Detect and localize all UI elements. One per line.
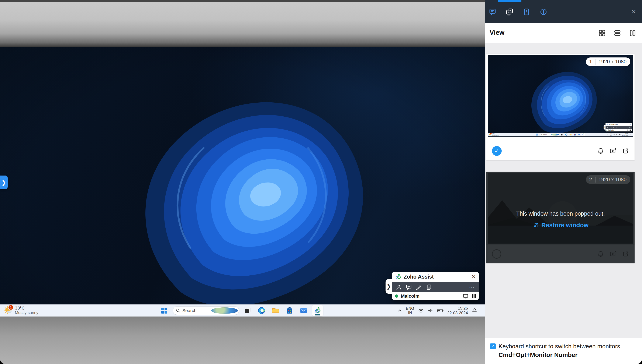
search-input[interactable]: Search <box>173 306 239 315</box>
search-highlight-image <box>211 308 238 314</box>
zoho-assist-logo-icon <box>395 274 401 280</box>
session-details-icon <box>523 8 530 16</box>
weather-sun-icon: 1 <box>4 306 13 315</box>
edge-browser-icon[interactable] <box>256 305 267 316</box>
widget-client-row: Malcolm <box>392 292 479 300</box>
chevron-right-icon: ❯ <box>1 179 6 186</box>
info-icon <box>540 8 547 16</box>
top-gradient <box>0 2 485 47</box>
monitor-number: 2 <box>586 176 595 182</box>
assist-session-widget[interactable]: ❯ Zoho Assist ✕ <box>392 272 479 300</box>
chat-icon <box>489 8 496 16</box>
running-app-indicator <box>315 314 320 316</box>
monitor-1-footer: ✓ <box>486 142 634 160</box>
monitors-panel: ❯ Zoho Assist ✕ <box>485 43 642 338</box>
windows-bloom-wallpaper <box>0 47 485 305</box>
popout-monitor-icon[interactable] <box>622 250 629 257</box>
search-placeholder: Search <box>182 308 209 313</box>
chat-icon[interactable] <box>406 284 412 290</box>
weather-condition: Mostly sunny <box>15 310 39 315</box>
screens-icon <box>506 8 514 16</box>
expand-panel-tab[interactable]: ❯ <box>0 176 8 189</box>
tab-chat[interactable] <box>488 8 497 16</box>
weather-temp: 33°C <box>15 306 39 310</box>
zoho-assist-viewer-window: ❯ Zoho Assist ✕ <box>0 0 642 364</box>
restore-window-link[interactable]: Restore window <box>532 222 588 229</box>
mail-icon[interactable] <box>298 305 309 316</box>
widget-close-icon[interactable]: ✕ <box>472 274 476 280</box>
tab-info[interactable] <box>539 8 548 16</box>
column-view-icon[interactable] <box>629 29 636 37</box>
search-icon <box>176 308 180 313</box>
monitor-icon[interactable] <box>463 294 468 299</box>
tray-overflow-chevron-icon[interactable] <box>397 308 402 313</box>
session-sidebar: ✕ View <box>485 0 642 364</box>
widget-collapse-tab[interactable]: ❯ <box>385 279 392 294</box>
client-name: Malcolm <box>401 294 463 299</box>
session-recording-icon[interactable] <box>609 250 617 257</box>
shortcut-label: Keyboard shortcut to switch between moni… <box>499 343 620 350</box>
widget-title: Zoho Assist <box>403 274 472 280</box>
tab-session-details[interactable] <box>522 8 531 16</box>
shortcut-keys: Cmd+Opt+Monitor Number <box>499 352 577 358</box>
grid-view-icon[interactable] <box>598 29 606 37</box>
widget-toolbar: ⋯ <box>392 282 479 292</box>
task-view-button[interactable] <box>242 305 253 316</box>
weather-alert-badge: 1 <box>8 305 14 310</box>
file-explorer-icon[interactable] <box>270 305 281 316</box>
chevron-right-icon: ❯ <box>387 283 391 290</box>
monitor-card-1[interactable]: ❯ Zoho Assist ✕ <box>486 54 635 160</box>
zoho-assist-taskbar-icon[interactable] <box>312 305 323 316</box>
popout-monitor-icon[interactable] <box>622 148 629 154</box>
monitor-1-badge: 1 1920 x 1080 <box>586 58 630 66</box>
weather-widget[interactable]: 1 33°C Mostly sunny <box>4 306 39 315</box>
monitor-1-selected-check[interactable]: ✓ <box>492 146 502 156</box>
wifi-icon[interactable] <box>418 308 424 313</box>
online-status-dot <box>395 294 398 298</box>
microsoft-store-icon[interactable] <box>284 305 295 316</box>
annotate-pen-icon[interactable] <box>416 284 422 290</box>
sidebar-tabbar: ✕ <box>485 0 642 23</box>
copy-files-icon[interactable] <box>426 284 432 290</box>
monitor-1-preview: ❯ Zoho Assist ✕ <box>488 55 633 136</box>
language-indicator[interactable]: ENG IN <box>406 306 414 315</box>
pause-session-icon[interactable] <box>472 294 476 298</box>
view-header: View <box>485 23 642 43</box>
shortcut-section: ✓ Keyboard shortcut to switch between mo… <box>485 338 642 364</box>
popped-out-message: This window has been popped out. <box>516 210 605 217</box>
tab-screens[interactable] <box>505 8 514 16</box>
widget-more-icon[interactable]: ⋯ <box>469 286 475 288</box>
remote-desktop-area: ❯ Zoho Assist ✕ <box>0 0 485 364</box>
monitor-1-thumbnail[interactable]: ❯ Zoho Assist ✕ <box>488 55 633 137</box>
notify-monitor-icon[interactable] <box>597 250 604 257</box>
volume-icon[interactable] <box>428 308 433 313</box>
participants-icon[interactable] <box>396 284 402 290</box>
shortcut-checkbox[interactable]: ✓ <box>490 344 496 349</box>
monitor-2-badge: 2 1920 x 1080 <box>586 175 630 184</box>
view-title: View <box>490 29 504 36</box>
window-top-strip <box>0 0 485 2</box>
restore-window-icon <box>532 222 539 228</box>
monitor-resolution: 1920 x 1080 <box>595 176 630 182</box>
remote-screen[interactable]: ❯ Zoho Assist ✕ <box>0 47 485 316</box>
notification-bell-icon[interactable] <box>472 308 477 313</box>
notify-monitor-icon[interactable] <box>597 148 604 154</box>
battery-icon[interactable] <box>437 308 444 313</box>
active-tab-indicator <box>498 0 521 2</box>
monitor-resolution: 1920 x 1080 <box>595 59 630 65</box>
row-view-icon[interactable] <box>613 29 621 37</box>
bottom-gradient <box>0 316 485 364</box>
windows-taskbar: 1 33°C Mostly sunny <box>0 304 485 316</box>
session-recording-icon[interactable] <box>609 148 617 154</box>
start-button[interactable] <box>159 305 170 316</box>
monitor-2-footer <box>486 245 634 263</box>
monitor-card-2[interactable]: This window has been popped out. Restore… <box>486 172 635 263</box>
widget-header: Zoho Assist ✕ <box>392 272 479 282</box>
sidebar-close-icon[interactable]: ✕ <box>631 8 636 15</box>
monitor-number: 1 <box>586 59 595 65</box>
monitor-2-thumbnail[interactable]: This window has been popped out. Restore… <box>488 173 633 244</box>
clock[interactable]: 15:26 22-03-2024 <box>447 306 468 315</box>
monitor-2-unselected-circle[interactable] <box>492 249 501 259</box>
